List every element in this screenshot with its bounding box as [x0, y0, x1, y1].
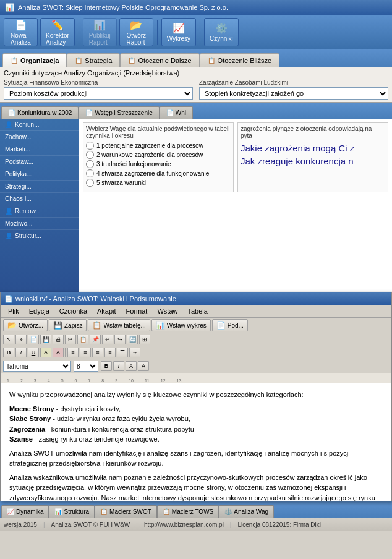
- wnioski-content[interactable]: W wyniku przeprowadzonej analizy wyłonił…: [1, 383, 391, 501]
- czynniki-button[interactable]: ⚙️ Czynniki: [204, 18, 239, 46]
- icon-italic[interactable]: I: [15, 348, 27, 357]
- status-version: wersja 2015: [4, 521, 37, 528]
- size-select[interactable]: 8: [74, 361, 98, 372]
- icon-doc[interactable]: 📄: [28, 335, 39, 344]
- left-panel-item-zachowanie[interactable]: Zachow...: [0, 131, 79, 143]
- bottom-tab-dynamika[interactable]: 📈 Dynamika: [1, 505, 49, 518]
- bottom-tab-analiza-wag[interactable]: ⚖️ Analiza Wag: [219, 505, 274, 518]
- szanse-text: - zasięg rynku oraz tendencje rozwojowe.: [33, 435, 160, 443]
- icon-list[interactable]: ☰: [117, 348, 128, 357]
- left-panel-item-polityka[interactable]: Polityka...: [0, 168, 79, 181]
- tab-organizacja[interactable]: 📋 Organizacja: [2, 53, 67, 67]
- radio-item-4[interactable]: 4 stwarza zagrożenie dla funkcjonowanie: [86, 169, 231, 177]
- tab-otoczenie-dalsze[interactable]: 📋 Otoczenie Dalsze: [120, 53, 199, 67]
- icon-color2[interactable]: A: [53, 348, 64, 357]
- left-panel-item-marketing[interactable]: Marketi...: [0, 143, 79, 156]
- menu-tabela[interactable]: Tabela: [182, 306, 212, 316]
- icon-color1[interactable]: A: [40, 348, 51, 357]
- status-license: Licencja 08122015: Firma Dixi: [237, 521, 321, 528]
- menu-format[interactable]: Format: [121, 306, 153, 316]
- bottom-tab-struktura[interactable]: 📊 Struktura: [49, 505, 95, 518]
- icon-print[interactable]: 🖨: [53, 335, 64, 344]
- radio-item-1[interactable]: 1 potencjalne zagrożenie dla procesów: [86, 142, 231, 150]
- otworz-button[interactable]: 📂 Otwórz...: [3, 319, 48, 331]
- wykresy-button[interactable]: 📈 Wykresy: [161, 18, 196, 46]
- icon-bold[interactable]: B: [3, 348, 14, 357]
- icon-cursor[interactable]: ↖: [3, 335, 14, 344]
- icon-font-bold[interactable]: B: [101, 361, 112, 371]
- menu-edycja[interactable]: Edycja: [24, 306, 54, 316]
- bottom-tab-dynamika-icon: 📈: [7, 508, 14, 515]
- tab-otoczenie-blizsze[interactable]: 📋 Otoczenie Bliższe: [200, 53, 279, 67]
- wstaw-wykres-icon: 📊: [156, 321, 165, 330]
- radio-3[interactable]: [86, 160, 94, 168]
- left-panel-icon-koniunktura: 👤: [5, 121, 12, 128]
- radio-5[interactable]: [86, 179, 94, 187]
- ruler: 12345 678910 111213: [1, 373, 391, 383]
- icon-select[interactable]: ⌖: [15, 335, 27, 344]
- left-panel-item-rentow[interactable]: 👤 Rentow...: [0, 205, 79, 218]
- nowa-analiza-button[interactable]: 📄 NowaAnaliza: [4, 18, 38, 46]
- icon-font-extra1[interactable]: A: [126, 361, 137, 371]
- radio-item-3[interactable]: 3 trudności funkcjonowanie: [86, 160, 231, 168]
- bottom-tab-struktura-icon: 📊: [54, 508, 62, 515]
- left-panel-item-strategia[interactable]: Strategi...: [0, 181, 79, 193]
- menu-wstaw[interactable]: Wstaw: [152, 306, 182, 316]
- icon-align-right[interactable]: ≡: [92, 348, 103, 357]
- tab-strategia[interactable]: 📋 Strategia: [67, 53, 120, 67]
- icon-refresh[interactable]: 🔄: [127, 335, 138, 344]
- bottom-tab-macierz-tows[interactable]: 📋 Macierz TOWS: [157, 505, 219, 518]
- left-panel-item-struktura[interactable]: 👤 Struktur...: [0, 230, 79, 242]
- tab-otoczenie-dalsze-label: Otoczenie Dalsze: [138, 57, 191, 64]
- icon-font-italic[interactable]: I: [113, 361, 124, 371]
- filter-right-select[interactable]: Stopień konkretyzacji założeń go: [199, 87, 388, 100]
- zagrozenia-label: Zagrożenia: [9, 425, 45, 433]
- wnioski-toolbar-3: B I U A A ≡ ≡ ≡ ≡ ☰ →: [1, 346, 391, 359]
- filter-left-select[interactable]: Poziom kosztów produkcji: [4, 87, 193, 100]
- radio-item-5[interactable]: 5 stwarza warunki: [86, 179, 231, 187]
- menu-akapit[interactable]: Akapit: [92, 306, 121, 316]
- icon-save2[interactable]: 💾: [40, 335, 51, 344]
- left-panel-item-chaos[interactable]: Chaos I...: [0, 193, 79, 205]
- radio-2[interactable]: [86, 151, 94, 159]
- doc-tab-wstep[interactable]: 📄 Wstęp i Streszczenie: [79, 106, 159, 119]
- radio-1[interactable]: [86, 142, 94, 150]
- left-panel-item-podstawy[interactable]: Podstaw...: [0, 156, 79, 168]
- icon-indent[interactable]: →: [129, 348, 140, 357]
- publikuj-raport-button[interactable]: 📊 PublikujRaport: [83, 18, 117, 46]
- icon-cut[interactable]: ✂: [65, 335, 76, 344]
- icon-align-justify[interactable]: ≡: [104, 348, 116, 357]
- icon-redo[interactable]: ↪: [114, 335, 126, 344]
- bottom-tab-macierz-swot[interactable]: 📋 Macierz SWOT: [95, 505, 157, 518]
- icon-underline[interactable]: U: [28, 348, 39, 357]
- doc-tab-wni[interactable]: 📄 Wni: [160, 106, 193, 119]
- left-panel-item-mozliwo[interactable]: Możliwo...: [0, 218, 79, 230]
- font-select[interactable]: Tahoma: [3, 361, 71, 372]
- zapisz-button[interactable]: 💾 Zapisz: [49, 319, 87, 331]
- slabe-label: Słabe Strony: [9, 415, 51, 422]
- icon-align-left[interactable]: ≡: [67, 348, 79, 357]
- korektor-analizy-button[interactable]: ✏️ KorektorAnalizy: [40, 18, 75, 46]
- icon-undo[interactable]: ↩: [102, 335, 113, 344]
- icon-font-extra2[interactable]: A: [138, 361, 149, 371]
- bottom-tab-bar: 📈 Dynamika 📊 Struktura 📋 Macierz SWOT 📋 …: [0, 501, 392, 518]
- pod-btn-icon: 📄: [216, 321, 226, 330]
- icon-align-center[interactable]: ≡: [80, 348, 91, 357]
- wnioski-toolbar-1: 📂 Otwórz... 💾 Zapisz 📋 Wstaw tabelę... 📊…: [1, 318, 391, 333]
- doc-tab-koniunktura[interactable]: 📄 Koniunktura w 2002: [1, 106, 79, 119]
- icon-paste[interactable]: 📌: [90, 335, 101, 344]
- wstaw-wykres-button[interactable]: 📊 Wstaw wykres: [151, 319, 211, 331]
- radio-4[interactable]: [86, 169, 94, 177]
- toolbar-separator-2: [157, 20, 158, 45]
- menu-plik[interactable]: Plik: [3, 306, 24, 316]
- icon-copy[interactable]: 📋: [77, 335, 88, 344]
- left-panel-item-koniunktura[interactable]: 👤 Koniun...: [0, 119, 79, 131]
- wstaw-tabele-button[interactable]: 📋 Wstaw tabelę...: [88, 319, 150, 331]
- otworz-raport-button[interactable]: 📂 OtwórzRaport: [119, 18, 153, 46]
- menu-czcionka[interactable]: Czcionka: [54, 306, 92, 316]
- radio-item-2[interactable]: 2 warunkowe zagrożenie dla procesów: [86, 151, 231, 159]
- font-extra-icons: B I A A: [101, 361, 149, 371]
- pod-button[interactable]: 📄 Pod...: [212, 319, 248, 331]
- left-panel-label-mozliwo: Możliwo...: [5, 220, 32, 227]
- icon-table2[interactable]: ⊞: [139, 335, 150, 344]
